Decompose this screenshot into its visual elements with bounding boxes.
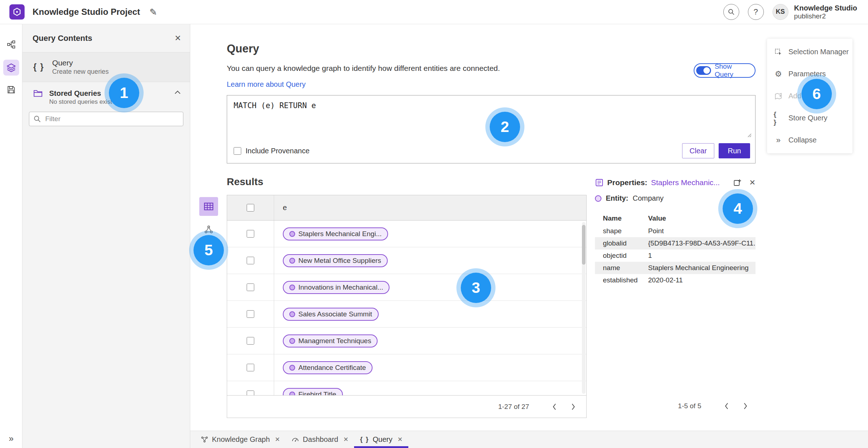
property-row: name Staplers Mechanical Engineering — [595, 262, 756, 274]
learn-more-link[interactable]: Learn more about Query — [227, 80, 306, 89]
sidebar-item-query[interactable]: { } Query Create new queries — [22, 52, 190, 82]
stored-queries-section[interactable]: Stored Queries No stored queries exist — [22, 82, 190, 106]
close-tab-icon[interactable]: ✕ — [397, 436, 403, 443]
entity-chip[interactable]: Innovations in Mechanical... — [283, 281, 390, 294]
row-checkbox[interactable] — [247, 310, 254, 318]
row-checkbox[interactable] — [247, 283, 254, 291]
user-avatar[interactable]: KS — [773, 4, 788, 20]
user-role: publisher2 — [794, 12, 857, 21]
row-checkbox[interactable] — [247, 364, 254, 371]
app-logo-icon[interactable] — [9, 4, 25, 20]
scrollbar-thumb[interactable] — [582, 225, 586, 265]
row-checkbox[interactable] — [247, 230, 254, 238]
add-to-selection-icon[interactable] — [733, 178, 742, 187]
chevron-left-icon — [552, 402, 557, 411]
query-item-label: Query — [52, 58, 109, 68]
knowledge-graph-icon — [201, 436, 208, 443]
entity-type-value: Company — [633, 194, 664, 202]
entity-chip[interactable]: Attendance Certificate — [283, 361, 373, 374]
search-button[interactable] — [723, 4, 739, 20]
entity-chip[interactable]: Managment Techniques — [283, 334, 378, 347]
tab-knowledge-graph[interactable]: Knowledge Graph ✕ — [195, 431, 286, 448]
selection-manager-icon — [774, 48, 782, 56]
main-content: Query You can query a knowledge graph to… — [190, 24, 868, 431]
close-tab-icon[interactable]: ✕ — [343, 436, 348, 443]
scrollbar[interactable] — [582, 222, 586, 394]
row-checkbox[interactable] — [247, 257, 254, 264]
properties-entity-link[interactable]: Staplers Mechanic... — [651, 178, 730, 187]
table-row: New Metal Office Suppliers — [227, 247, 586, 274]
left-icon-rail: » — [0, 24, 22, 448]
dashboard-icon — [292, 436, 299, 443]
property-row: shape Point — [595, 225, 756, 237]
close-properties-icon[interactable]: ✕ — [749, 178, 756, 187]
entity-chip[interactable]: Sales Associate Summit — [283, 308, 379, 321]
search-icon — [728, 8, 735, 16]
tab-dashboard[interactable]: Dashboard ✕ — [286, 431, 354, 448]
chevron-up-icon[interactable] — [174, 90, 181, 97]
include-provenance-checkbox[interactable] — [234, 147, 241, 155]
results-table-body: Staplers Mechanical Engi... New Metal Of… — [227, 221, 586, 395]
run-button[interactable]: Run — [719, 143, 750, 158]
close-panel-icon[interactable]: ✕ — [175, 34, 181, 43]
collapse-menu-button[interactable]: » Collapse — [767, 129, 852, 151]
properties-next-page-button[interactable] — [739, 400, 752, 413]
edit-title-icon[interactable]: ✎ — [149, 7, 157, 17]
properties-prev-page-button[interactable] — [720, 400, 733, 413]
table-view-button[interactable] — [199, 197, 218, 216]
user-name: Knowledge Studio — [794, 4, 857, 12]
chevron-left-icon — [724, 402, 729, 410]
results-pagination-text: 1-27 of 27 — [498, 403, 529, 411]
store-query-button[interactable]: { } Store Query — [767, 107, 852, 129]
gear-icon: ⚙ — [774, 69, 783, 79]
filter-field — [29, 112, 183, 126]
query-code-input[interactable]: MATCH (e) RETURN e — [227, 95, 755, 116]
property-row: established 2020-02-11 — [595, 274, 756, 286]
help-button[interactable]: ? — [748, 4, 764, 20]
stored-queries-empty: No stored queries exist — [49, 98, 112, 106]
table-row: Attendance Certificate — [227, 354, 586, 381]
annotation-badge-2: 2 — [490, 112, 520, 142]
select-all-checkbox[interactable] — [247, 204, 254, 212]
show-query-label: Show Query — [715, 63, 750, 78]
query-item-sublabel: Create new queries — [52, 68, 109, 76]
resize-handle-icon[interactable] — [746, 132, 752, 137]
clear-button[interactable]: Clear — [682, 143, 715, 158]
entity-chip[interactable]: Firebird Title — [283, 388, 343, 396]
hierarchy-icon — [7, 40, 16, 49]
tab-query[interactable]: { } Query ✕ — [354, 431, 408, 448]
annotation-badge-1: 1 — [109, 78, 139, 108]
show-query-toggle[interactable]: Show Query — [694, 63, 756, 78]
query-description: You can query a knowledge graph to ident… — [227, 64, 500, 73]
hierarchy-view-button[interactable] — [3, 37, 19, 52]
query-contents-panel: Query Contents ✕ { } Query Create new qu… — [22, 24, 190, 448]
results-next-page-button[interactable] — [567, 400, 580, 413]
save-button[interactable] — [3, 82, 19, 98]
topbar-actions: ? KS Knowledge Studio publisher2 — [723, 4, 857, 21]
selection-manager-button[interactable]: Selection Manager — [767, 41, 852, 63]
expand-rail-button[interactable]: » — [0, 434, 22, 444]
entity-chip[interactable]: Staplers Mechanical Engi... — [283, 227, 388, 240]
entity-dot-icon — [289, 392, 295, 396]
results-table-header: e — [227, 195, 586, 221]
entity-label: Entity: — [606, 194, 628, 202]
graph-view-button[interactable] — [201, 222, 216, 237]
entity-dot-icon — [289, 285, 295, 290]
row-checkbox[interactable] — [247, 391, 254, 395]
results-title: Results — [227, 176, 263, 188]
include-provenance-label: Include Provenance — [246, 147, 310, 155]
layers-view-button[interactable] — [3, 60, 19, 76]
close-tab-icon[interactable]: ✕ — [275, 436, 280, 443]
entity-dot-icon — [289, 258, 295, 264]
filter-input[interactable] — [29, 112, 183, 126]
annotation-badge-3: 3 — [461, 273, 491, 303]
folder-icon — [33, 89, 43, 98]
braces-icon: { } — [360, 436, 369, 443]
results-prev-page-button[interactable] — [548, 400, 561, 413]
entity-chip[interactable]: New Metal Office Suppliers — [283, 254, 388, 267]
properties-col-name: Name — [595, 214, 648, 222]
entity-dot-icon — [289, 231, 295, 237]
top-bar: Knowledge Studio Project ✎ ? KS Knowledg… — [0, 0, 868, 24]
panel-header: Query Contents ✕ — [22, 24, 190, 52]
row-checkbox[interactable] — [247, 337, 254, 345]
